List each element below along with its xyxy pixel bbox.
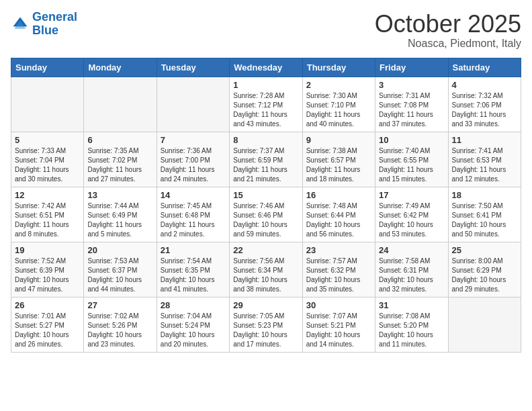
day-cell (84, 77, 157, 132)
logo-text: General Blue (32, 11, 77, 38)
day-cell: 24Sunrise: 7:58 AM Sunset: 6:31 PM Dayli… (375, 242, 448, 297)
weekday-thursday: Thursday (302, 58, 375, 77)
month-title: October 2025 (375, 11, 521, 38)
day-cell: 1Sunrise: 7:28 AM Sunset: 7:12 PM Daylig… (230, 77, 302, 132)
week-row-4: 19Sunrise: 7:52 AM Sunset: 6:39 PM Dayli… (11, 242, 521, 297)
logo: General Blue (11, 11, 77, 38)
week-row-3: 12Sunrise: 7:42 AM Sunset: 6:51 PM Dayli… (11, 187, 521, 242)
day-cell: 17Sunrise: 7:49 AM Sunset: 6:42 PM Dayli… (375, 187, 448, 242)
week-row-1: 1Sunrise: 7:28 AM Sunset: 7:12 PM Daylig… (11, 77, 521, 132)
day-number: 29 (233, 300, 298, 310)
day-number: 30 (306, 300, 371, 310)
day-info: Sunrise: 7:40 AM Sunset: 6:55 PM Dayligh… (379, 146, 444, 184)
day-number: 9 (306, 135, 371, 145)
day-number: 25 (452, 245, 517, 255)
day-info: Sunrise: 7:30 AM Sunset: 7:10 PM Dayligh… (306, 91, 371, 129)
day-info: Sunrise: 7:52 AM Sunset: 6:39 PM Dayligh… (15, 257, 80, 294)
day-cell: 7Sunrise: 7:36 AM Sunset: 7:00 PM Daylig… (157, 132, 229, 187)
day-number: 2 (306, 80, 371, 90)
day-info: Sunrise: 7:28 AM Sunset: 7:12 PM Dayligh… (233, 91, 298, 129)
weekday-wednesday: Wednesday (230, 58, 302, 77)
day-number: 26 (15, 300, 80, 310)
day-cell: 8Sunrise: 7:37 AM Sunset: 6:59 PM Daylig… (230, 132, 302, 187)
day-info: Sunrise: 7:31 AM Sunset: 7:08 PM Dayligh… (379, 91, 444, 129)
day-cell: 18Sunrise: 7:50 AM Sunset: 6:41 PM Dayli… (448, 187, 521, 242)
day-number: 31 (379, 300, 444, 310)
calendar-body: 1Sunrise: 7:28 AM Sunset: 7:12 PM Daylig… (11, 77, 521, 352)
weekday-tuesday: Tuesday (157, 58, 229, 77)
day-cell (11, 77, 84, 132)
day-number: 22 (233, 245, 298, 255)
day-info: Sunrise: 8:00 AM Sunset: 6:29 PM Dayligh… (452, 257, 517, 294)
day-cell: 30Sunrise: 7:07 AM Sunset: 5:21 PM Dayli… (302, 297, 375, 352)
day-cell: 23Sunrise: 7:57 AM Sunset: 6:32 PM Dayli… (302, 242, 375, 297)
weekday-header-row: SundayMondayTuesdayWednesdayThursdayFrid… (11, 58, 521, 77)
day-info: Sunrise: 7:57 AM Sunset: 6:32 PM Dayligh… (306, 257, 371, 294)
day-number: 3 (379, 80, 444, 90)
day-cell: 25Sunrise: 8:00 AM Sunset: 6:29 PM Dayli… (448, 242, 521, 297)
day-number: 19 (15, 245, 80, 255)
day-cell: 12Sunrise: 7:42 AM Sunset: 6:51 PM Dayli… (11, 187, 84, 242)
day-info: Sunrise: 7:49 AM Sunset: 6:42 PM Dayligh… (379, 201, 444, 239)
day-number: 8 (233, 135, 298, 145)
day-info: Sunrise: 7:07 AM Sunset: 5:21 PM Dayligh… (306, 312, 371, 349)
weekday-monday: Monday (84, 58, 157, 77)
weekday-saturday: Saturday (448, 58, 521, 77)
day-info: Sunrise: 7:38 AM Sunset: 6:57 PM Dayligh… (306, 146, 371, 184)
logo-line2: Blue (32, 24, 58, 37)
day-number: 17 (379, 190, 444, 200)
day-cell: 4Sunrise: 7:32 AM Sunset: 7:06 PM Daylig… (448, 77, 521, 132)
day-number: 21 (161, 245, 226, 255)
day-info: Sunrise: 7:02 AM Sunset: 5:26 PM Dayligh… (87, 312, 152, 349)
day-info: Sunrise: 7:58 AM Sunset: 6:31 PM Dayligh… (379, 257, 444, 294)
day-number: 12 (15, 190, 80, 200)
day-number: 4 (452, 80, 517, 90)
day-info: Sunrise: 7:01 AM Sunset: 5:27 PM Dayligh… (15, 312, 80, 349)
day-number: 16 (306, 190, 371, 200)
day-cell (448, 297, 521, 352)
day-cell: 2Sunrise: 7:30 AM Sunset: 7:10 PM Daylig… (302, 77, 375, 132)
day-number: 24 (379, 245, 444, 255)
day-cell: 31Sunrise: 7:08 AM Sunset: 5:20 PM Dayli… (375, 297, 448, 352)
day-number: 18 (452, 190, 517, 200)
day-number: 15 (233, 190, 298, 200)
day-info: Sunrise: 7:53 AM Sunset: 6:37 PM Dayligh… (87, 257, 152, 294)
day-info: Sunrise: 7:50 AM Sunset: 6:41 PM Dayligh… (452, 201, 517, 239)
calendar: SundayMondayTuesdayWednesdayThursdayFrid… (11, 58, 521, 353)
day-number: 27 (87, 300, 152, 310)
logo-icon (11, 15, 30, 34)
day-info: Sunrise: 7:36 AM Sunset: 7:00 PM Dayligh… (161, 146, 226, 184)
day-cell: 14Sunrise: 7:45 AM Sunset: 6:48 PM Dayli… (157, 187, 229, 242)
day-number: 7 (161, 135, 226, 145)
week-row-5: 26Sunrise: 7:01 AM Sunset: 5:27 PM Dayli… (11, 297, 521, 352)
weekday-sunday: Sunday (11, 58, 84, 77)
page-header: General Blue October 2025 Noasca, Piedmo… (11, 11, 521, 50)
day-cell: 15Sunrise: 7:46 AM Sunset: 6:46 PM Dayli… (230, 187, 302, 242)
day-info: Sunrise: 7:05 AM Sunset: 5:23 PM Dayligh… (233, 312, 298, 349)
day-number: 28 (161, 300, 226, 310)
day-cell: 21Sunrise: 7:54 AM Sunset: 6:35 PM Dayli… (157, 242, 229, 297)
day-cell: 29Sunrise: 7:05 AM Sunset: 5:23 PM Dayli… (230, 297, 302, 352)
day-info: Sunrise: 7:32 AM Sunset: 7:06 PM Dayligh… (452, 91, 517, 129)
week-row-2: 5Sunrise: 7:33 AM Sunset: 7:04 PM Daylig… (11, 132, 521, 187)
day-info: Sunrise: 7:41 AM Sunset: 6:53 PM Dayligh… (452, 146, 517, 184)
day-cell: 19Sunrise: 7:52 AM Sunset: 6:39 PM Dayli… (11, 242, 84, 297)
day-number: 14 (161, 190, 226, 200)
day-cell: 9Sunrise: 7:38 AM Sunset: 6:57 PM Daylig… (302, 132, 375, 187)
day-cell: 10Sunrise: 7:40 AM Sunset: 6:55 PM Dayli… (375, 132, 448, 187)
day-cell: 5Sunrise: 7:33 AM Sunset: 7:04 PM Daylig… (11, 132, 84, 187)
day-info: Sunrise: 7:37 AM Sunset: 6:59 PM Dayligh… (233, 146, 298, 184)
day-number: 1 (233, 80, 298, 90)
day-cell: 27Sunrise: 7:02 AM Sunset: 5:26 PM Dayli… (84, 297, 157, 352)
day-cell: 16Sunrise: 7:48 AM Sunset: 6:44 PM Dayli… (302, 187, 375, 242)
day-info: Sunrise: 7:48 AM Sunset: 6:44 PM Dayligh… (306, 201, 371, 239)
day-number: 13 (87, 190, 152, 200)
day-cell (157, 77, 229, 132)
day-info: Sunrise: 7:45 AM Sunset: 6:48 PM Dayligh… (161, 201, 226, 239)
day-cell: 28Sunrise: 7:04 AM Sunset: 5:24 PM Dayli… (157, 297, 229, 352)
day-info: Sunrise: 7:46 AM Sunset: 6:46 PM Dayligh… (233, 201, 298, 239)
day-cell: 20Sunrise: 7:53 AM Sunset: 6:37 PM Dayli… (84, 242, 157, 297)
logo-line1: General (32, 10, 77, 24)
day-info: Sunrise: 7:54 AM Sunset: 6:35 PM Dayligh… (161, 257, 226, 294)
day-info: Sunrise: 7:33 AM Sunset: 7:04 PM Dayligh… (15, 146, 80, 184)
